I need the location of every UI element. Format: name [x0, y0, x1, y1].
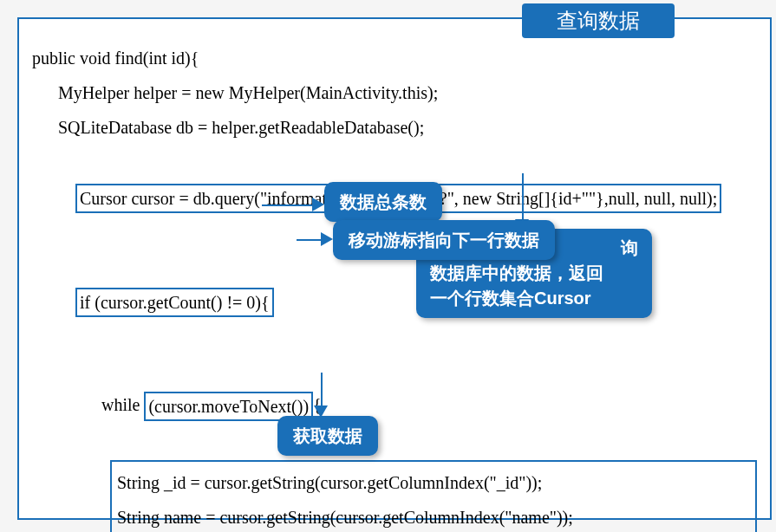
callout-count: 数据总条数 — [324, 182, 442, 222]
arrow-icon — [321, 232, 333, 246]
code-line-1: public void find(int id){ — [32, 41, 757, 75]
title-badge: 查询数据 — [522, 3, 675, 38]
callout-query-line1: 询 — [621, 236, 638, 261]
code-line-8: String name = cursor.getString(cursor.ge… — [117, 500, 750, 532]
code-line-6: while (cursor.moveToNext()){ — [32, 353, 757, 457]
callout-query-line3: 一个行数集合Cursor — [430, 289, 591, 308]
getdata-box: String _id = cursor.getString(cursor.get… — [110, 460, 757, 532]
callout-query-line2: 数据库中的数据，返回 — [430, 263, 603, 282]
arrow-line — [321, 373, 323, 407]
callout-getdata: 获取数据 — [277, 416, 378, 456]
code-line-2: MyHelper helper = new MyHelper(MainActiv… — [32, 75, 757, 110]
if-box: if (cursor.getCount() != 0){ — [75, 288, 274, 317]
code-line-7: String _id = cursor.getString(cursor.get… — [117, 465, 750, 500]
code-panel: 查询数据 public void find(int id){ MyHelper … — [17, 17, 772, 520]
callout-movenext: 移动游标指向下一行数据 — [333, 220, 555, 260]
arrow-line — [522, 173, 524, 221]
code-line-3: SQLiteDatabase db = helper.getReadableDa… — [32, 110, 757, 145]
while-keyword: while — [101, 395, 144, 414]
arrow-line — [262, 204, 314, 206]
arrow-line — [297, 239, 323, 241]
arrow-icon — [312, 198, 324, 211]
